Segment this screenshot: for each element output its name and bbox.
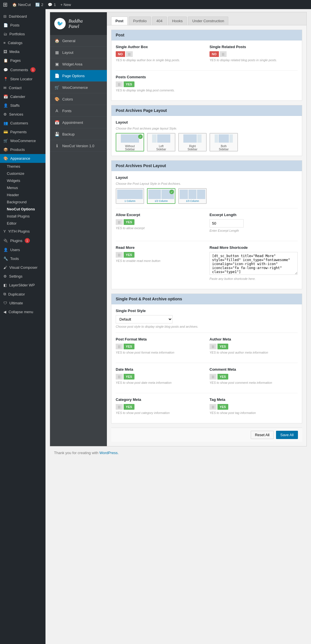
- comment-meta-no-button[interactable]: |||: [210, 374, 217, 380]
- col-option-1[interactable]: 1 Column: [116, 188, 144, 204]
- sidebar-item-dashboard[interactable]: ⊟ Dashboard: [0, 12, 45, 21]
- sidebar-subitem-header[interactable]: Header: [0, 191, 45, 198]
- sidebar-subitem-background[interactable]: Background: [0, 198, 45, 206]
- tab-portfolio[interactable]: Portfolio: [129, 17, 151, 25]
- sidebar-item-settings[interactable]: ⚙ Settings: [0, 272, 45, 281]
- reset-all-button[interactable]: Reset All: [251, 431, 274, 439]
- author-meta-yes-button[interactable]: YES: [217, 344, 228, 349]
- sidebar-item-comments[interactable]: 💬 Comments 1: [0, 65, 45, 75]
- new-button[interactable]: + New: [61, 3, 71, 7]
- sidebar-item-contact[interactable]: ✉ Contact: [0, 83, 45, 92]
- sidebar-item-users[interactable]: 👤 Users: [0, 245, 45, 254]
- panel-menu-fonts[interactable]: A Fonts: [50, 105, 107, 117]
- col-option-half[interactable]: ✓ 1/2 Column: [147, 188, 175, 204]
- save-all-button[interactable]: Save All: [276, 431, 298, 439]
- layout-option-both-sidebar[interactable]: BothSidebar: [210, 133, 238, 151]
- category-meta-yes-button[interactable]: YES: [124, 404, 134, 410]
- sidebar-item-catalogs[interactable]: ≡ Catalogs: [0, 38, 45, 47]
- sidebar-subitem-menus[interactable]: Menus: [0, 184, 45, 191]
- sidebar-item-portfolios[interactable]: 🗂 Portfolios: [0, 30, 45, 38]
- payments-icon: 💳: [3, 130, 8, 134]
- sidebar-item-calender[interactable]: 📅 Calender: [0, 92, 45, 101]
- sidebar-item-plugins[interactable]: 🔌 Plugins 1: [0, 236, 45, 245]
- col-option-third[interactable]: 1/3 Column: [178, 188, 207, 204]
- sidebar-item-yith-plugins[interactable]: Y YITH Plugins: [0, 227, 45, 236]
- allow-excerpt-yes-button[interactable]: YES: [124, 219, 134, 225]
- panel-menu-backup[interactable]: 💾 Backup: [50, 128, 107, 140]
- read-more-no-button[interactable]: |||: [116, 252, 123, 258]
- date-meta-no-button[interactable]: |||: [116, 374, 123, 380]
- sidebar-item-store-locator[interactable]: 📍 Store Locator: [0, 75, 45, 83]
- sidebar-subitem-install-plugins[interactable]: Install Plugins: [0, 213, 45, 220]
- tag-meta-no-button[interactable]: |||: [210, 404, 217, 410]
- layout-option-right-sidebar[interactable]: RightSidebar: [178, 133, 207, 151]
- tab-hooks[interactable]: Hooks: [168, 17, 187, 25]
- excerpt-length-input[interactable]: [210, 219, 244, 227]
- read-more-shortcode-field: Read More Shortcode [dt_sc_button title=…: [210, 245, 298, 280]
- tab-under-construction[interactable]: Under Construction: [188, 17, 228, 25]
- layout-option-left-sidebar[interactable]: LeftSidebar: [147, 133, 175, 151]
- sidebar-item-visual-composer[interactable]: 🖌 Visual Composer: [0, 263, 45, 272]
- sidebar-subitem-themes[interactable]: Themes: [0, 163, 45, 170]
- panel-menu-widget-area[interactable]: ▣ Widget Area: [50, 58, 107, 70]
- single-related-no-button[interactable]: NO: [210, 51, 219, 57]
- sidebar-item-services[interactable]: ⚙ Services: [0, 110, 45, 119]
- layout-right-label: RightSidebar: [188, 145, 197, 151]
- sidebar-item-duplicator[interactable]: ⧉ Duplicator: [0, 290, 45, 299]
- panel-menu-layout[interactable]: ▦ Layout: [50, 47, 107, 58]
- wordpress-link[interactable]: WordPress.: [99, 451, 119, 455]
- single-post-style-select[interactable]: Default: [116, 315, 173, 323]
- single-author-no-button[interactable]: NO: [116, 51, 125, 57]
- tag-meta-yes-button[interactable]: YES: [217, 404, 228, 410]
- sidebar-subitem-neocut-options[interactable]: NeoCut Options: [0, 206, 45, 213]
- panel-menu-colors[interactable]: 🎨 Colors: [50, 93, 107, 105]
- date-meta-yes-button[interactable]: YES: [124, 374, 134, 380]
- sidebar-subitem-widgets[interactable]: Widgets: [0, 177, 45, 184]
- panel-menu-neocut-version[interactable]: ℹ NeoCut Version 1.0: [50, 140, 107, 152]
- divider-4: [116, 333, 298, 333]
- sidebar-item-customers[interactable]: 👥 Customers: [0, 119, 45, 128]
- sidebar-item-appearance[interactable]: 🎨 Appearance: [0, 154, 45, 163]
- read-more-yes-button[interactable]: YES: [124, 252, 134, 258]
- sidebar-item-tools[interactable]: 🔧 Tools: [0, 254, 45, 263]
- tab-post[interactable]: Post: [111, 17, 128, 25]
- read-more-shortcode-input[interactable]: [dt_sc_button title="Read More" style="f…: [210, 252, 298, 275]
- sidebar-item-staffs[interactable]: 👤 Staffs: [0, 101, 45, 110]
- notifications[interactable]: 🔄 2: [35, 3, 43, 7]
- read-more-field: Read More ||| YES YES to enable read mor…: [116, 245, 204, 280]
- sidebar-item-pages[interactable]: 📋 Pages: [0, 56, 45, 65]
- comments-count[interactable]: 💬 1: [48, 3, 56, 7]
- posts-comments-yes-button[interactable]: YES: [124, 81, 134, 87]
- tab-404[interactable]: 404: [152, 17, 167, 25]
- sidebar-item-posts[interactable]: 📄 Posts: [0, 21, 45, 30]
- category-meta-no-button[interactable]: |||: [116, 404, 123, 410]
- post-format-no-button[interactable]: |||: [116, 344, 123, 349]
- single-author-yes-button[interactable]: |||: [126, 51, 133, 57]
- sidebar-item-products[interactable]: 📦 Products: [0, 145, 45, 154]
- panel-menu-woocommerce[interactable]: 🛒 WooCommerce: [50, 82, 107, 93]
- single-related-yes-button[interactable]: |||: [220, 51, 227, 57]
- comment-meta-yes-button[interactable]: YES: [217, 374, 228, 380]
- sidebar-item-collapse[interactable]: ◀ Collapse menu: [0, 307, 45, 316]
- sidebar-item-woocommerce[interactable]: 🛒 WooCommerce: [0, 136, 45, 145]
- layout-option-without-sidebar[interactable]: ✓ WithoutSidebar: [116, 133, 144, 151]
- panel-menu-appointment[interactable]: 📅 Appointment: [50, 117, 107, 128]
- panel-menu-general[interactable]: 🏠 General: [50, 35, 107, 47]
- info-icon: ℹ: [54, 143, 59, 148]
- date-meta-toggle: ||| YES: [116, 374, 204, 380]
- sidebar-item-ultimate[interactable]: 🛡 Ultimate: [0, 299, 45, 307]
- allow-excerpt-no-button[interactable]: |||: [116, 219, 123, 225]
- sidebar-subitem-editor[interactable]: Editor: [0, 220, 45, 227]
- site-name[interactable]: 🏠 NeoCut: [12, 3, 31, 7]
- divider-1: [116, 70, 298, 71]
- sidebar-subitem-customize[interactable]: Customize: [0, 170, 45, 177]
- posts-comments-no-button[interactable]: |||: [116, 81, 123, 87]
- panel-sidebar: 🐦 Buddha Panel 🏠 General ▦ Layout ▣ Wi: [50, 12, 107, 446]
- sidebar-item-media[interactable]: 🖼 Media: [0, 47, 45, 56]
- sidebar-item-payments[interactable]: 💳 Payments: [0, 128, 45, 136]
- post-format-yes-button[interactable]: YES: [124, 344, 134, 349]
- author-meta-no-button[interactable]: |||: [210, 344, 217, 349]
- posts-icon: 📄: [3, 23, 8, 27]
- sidebar-item-layerslider[interactable]: ◧ LayerSlider WP: [0, 281, 45, 290]
- panel-menu-page-options[interactable]: 📄 Page Options: [50, 70, 107, 82]
